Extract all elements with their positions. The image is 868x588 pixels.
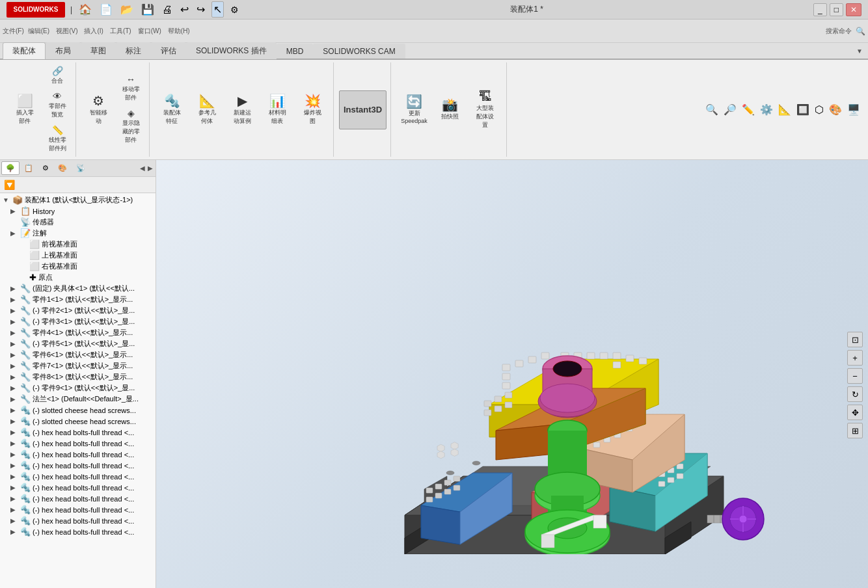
ribbon-btn-insert-part[interactable]: ⬜ 插入零部件 <box>8 91 42 129</box>
tree-node-screw1[interactable]: ▶ 🔩 (-) slotted cheese head screws... <box>1 405 154 416</box>
print-btn[interactable]: 🖨 <box>161 3 174 17</box>
options-btn[interactable]: ⚙ <box>229 3 240 16</box>
tab-sketch[interactable]: 草图 <box>81 42 116 59</box>
ribbon-btn-update[interactable]: 🔄 更新Speedpak <box>396 92 432 127</box>
tree-node-part5[interactable]: ▶ 🔧 (-) 零件5<1> (默认<<默认>_显... <box>1 338 154 349</box>
view-search-icon[interactable]: 🔍 <box>704 102 720 117</box>
ribbon-btn-assemble-feature[interactable]: 🔩 装配体特征 <box>155 91 189 129</box>
filter-icon[interactable]: 🔽 <box>3 178 16 191</box>
svg-rect-66 <box>600 353 608 359</box>
tree-node-part7[interactable]: ▶ 🔧 零件7<1> (默认<<默认>_显示... <box>1 360 154 371</box>
vp-btn-view-orient[interactable]: ⊞ <box>847 423 863 438</box>
tree-node-flange[interactable]: ▶ 🔧 法兰<1> (Default<<Default>_显... <box>1 394 154 405</box>
3d-viewport[interactable]: ⊡ + − ↻ ✥ ⊞ <box>156 160 868 588</box>
notes-expand[interactable]: ▶ <box>10 230 18 237</box>
sidebar-tab-property[interactable]: 📋 <box>20 161 38 175</box>
tree-node-bolt2[interactable]: ▶ 🔩 (-) hex head bolts-full thread <... <box>1 438 154 449</box>
title-bar-menu[interactable]: | <box>70 5 72 14</box>
ribbon-btn-ref-geometry[interactable]: 📐 参考几何体 <box>190 91 224 129</box>
sidebar-tab-config[interactable]: ⚙ <box>38 161 53 175</box>
tree-node-part3[interactable]: ▶ 🔧 (-) 零件3<1> (默认<<默认>_显... <box>1 316 154 327</box>
tab-assemble[interactable]: 装配体 <box>3 42 46 59</box>
tab-sw-plugin[interactable]: SOLIDWORKS 插件 <box>186 42 277 59</box>
fixture-label: (固定) 夹具体<1> (默认<<默认... <box>33 284 135 293</box>
tree-node-fixture[interactable]: ▶ 🔧 (固定) 夹具体<1> (默认<<默认... <box>1 283 154 294</box>
ribbon-btn-new-motion[interactable]: ▶ 新建运动算例 <box>225 91 259 129</box>
close-btn[interactable]: ✕ <box>846 3 861 16</box>
tab-sw-cam[interactable]: SOLIDWORKS CAM <box>313 44 405 59</box>
view-zoom-icon[interactable]: 🔎 <box>722 102 738 117</box>
fixture-expand[interactable]: ▶ <box>10 285 18 292</box>
explode-label: 爆炸视图 <box>304 109 321 126</box>
sidebar-collapse-btn[interactable]: ◀ <box>139 165 146 172</box>
tree-node-bolt6[interactable]: ▶ 🔩 (-) hex head bolts-full thread <... <box>1 482 154 493</box>
tree-node-screw2[interactable]: ▶ 🔩 (-) slotted cheese head screws... <box>1 416 154 427</box>
view-color-icon[interactable]: 🎨 <box>828 102 843 117</box>
view-screen-icon[interactable]: 🖥️ <box>846 102 861 117</box>
ribbon-btn-preview[interactable]: 👁 零部件预览 <box>43 89 72 122</box>
vp-btn-pan[interactable]: ✥ <box>847 405 863 420</box>
view-sketch-icon[interactable]: ✏️ <box>740 102 756 117</box>
tab-mark[interactable]: 标注 <box>116 42 151 59</box>
open-btn[interactable]: 📂 <box>119 2 135 17</box>
tree-node-bolt7[interactable]: ▶ 🔩 (-) hex head bolts-full thread <... <box>1 493 154 504</box>
ribbon-btn-instant3d[interactable]: Instant3D <box>339 90 387 129</box>
tree-node-part9[interactable]: ▶ 🔧 (-) 零件9<1> (默认<<默认>_显... <box>1 382 154 394</box>
view-settings-icon[interactable]: ⚙️ <box>759 102 774 117</box>
tree-node-part1[interactable]: ▶ 🔧 零件1<1> (默认<<默认>_显示... <box>1 294 154 305</box>
tree-node-front-plane[interactable]: ⬜ 前视基准面 <box>1 239 154 250</box>
tree-node-bolt3[interactable]: ▶ 🔩 (-) hex head bolts-full thread <... <box>1 449 154 460</box>
tree-node-bolt1[interactable]: ▶ 🔩 (-) hex head bolts-full thread <... <box>1 427 154 438</box>
vp-btn-zoom-fit[interactable]: ⊡ <box>847 332 863 347</box>
tree-node-right-plane[interactable]: ⬜ 右视基准面 <box>1 261 154 272</box>
maximize-btn[interactable]: □ <box>830 3 843 16</box>
minimize-btn[interactable]: _ <box>813 3 827 16</box>
ribbon-btn-large-assembly[interactable]: 🏗 大型装配体设置 <box>468 87 502 133</box>
ribbon-btn-linear[interactable]: 📏 线性零部件列 <box>43 123 72 155</box>
tree-node-sensors[interactable]: 📡 传感器 <box>1 217 154 228</box>
vp-btn-zoom-out[interactable]: − <box>847 368 863 384</box>
vp-btn-zoom-in[interactable]: + <box>847 350 863 366</box>
vp-btn-rotate[interactable]: ↻ <box>847 386 863 402</box>
tree-root[interactable]: ▼ 📦 装配体1 (默认<默认_显示状态-1>) <box>1 194 154 206</box>
ribbon-btn-bom[interactable]: 📊 材料明细表 <box>260 91 294 129</box>
insert-part-icon: ⬜ <box>17 94 33 107</box>
tree-node-top-plane[interactable]: ⬜ 上视基准面 <box>1 250 154 261</box>
sidebar-tab-display[interactable]: 🎨 <box>53 161 72 175</box>
tab-evaluate[interactable]: 评估 <box>151 42 186 59</box>
sidebar-tab-feature[interactable]: 🌳 <box>1 161 20 175</box>
view-display-icon[interactable]: 🔲 <box>795 102 811 117</box>
tree-node-bolt10[interactable]: ▶ 🔩 (-) hex head bolts-full thread <... <box>1 526 154 537</box>
tree-node-part2[interactable]: ▶ 🔧 (-) 零件2<1> (默认<<默认>_显... <box>1 305 154 316</box>
tree-node-part6[interactable]: ▶ 🔧 零件6<1> (默认<<默认>_显示... <box>1 349 154 360</box>
tree-node-history[interactable]: ▶ 📋 History <box>1 206 154 217</box>
sidebar-tab-sensor[interactable]: 📡 <box>72 161 90 175</box>
sidebar-expand-btn[interactable]: ▶ <box>146 165 154 172</box>
tree-node-notes[interactable]: ▶ 📝 注解 <box>1 228 154 239</box>
ribbon-btn-move-part[interactable]: ↔ 移动零部件 <box>116 72 145 105</box>
tree-node-part8[interactable]: ▶ 🔧 零件8<1> (默认<<默认>_显示... <box>1 371 154 382</box>
tree-node-part4[interactable]: ▶ 🔧 零件4<1> (默认<<默认>_显示... <box>1 327 154 338</box>
ribbon-btn-smart-move[interactable]: ⚙ 智能移动 <box>81 91 115 129</box>
select-btn[interactable]: ↖ <box>211 1 224 18</box>
home-btn[interactable]: 🏠 <box>77 2 93 17</box>
history-expand[interactable]: ▶ <box>10 207 18 215</box>
ribbon-btn-snapshot[interactable]: 📸 拍快照 <box>433 95 467 124</box>
tree-node-bolt5[interactable]: ▶ 🔩 (-) hex head bolts-full thread <... <box>1 471 154 482</box>
view-rotate-icon[interactable]: ⬡ <box>813 102 825 117</box>
view-dim-icon[interactable]: 📐 <box>777 102 793 117</box>
root-expand[interactable]: ▼ <box>3 196 10 204</box>
ribbon-btn-explode[interactable]: 💥 爆炸视图 <box>295 91 329 129</box>
tree-node-bolt8[interactable]: ▶ 🔩 (-) hex head bolts-full thread <... <box>1 504 154 515</box>
undo-btn[interactable]: ↩ <box>179 2 190 17</box>
redo-btn[interactable]: ↪ <box>195 2 206 17</box>
tab-layout[interactable]: 布局 <box>46 42 81 59</box>
tree-node-bolt4[interactable]: ▶ 🔩 (-) hex head bolts-full thread <... <box>1 460 154 471</box>
new-doc-btn[interactable]: 📄 <box>98 2 114 17</box>
ribbon-btn-combine[interactable]: 🔗 合合 <box>43 64 72 88</box>
ribbon-btn-show-hide[interactable]: ◈ 显示隐藏的零部件 <box>116 106 145 147</box>
tab-mbd[interactable]: MBD <box>277 44 314 59</box>
save-btn[interactable]: 💾 <box>140 2 156 17</box>
tree-node-bolt9[interactable]: ▶ 🔩 (-) hex head bolts-full thread <... <box>1 515 154 526</box>
tree-node-origin[interactable]: ✚ 原点 <box>1 272 154 283</box>
